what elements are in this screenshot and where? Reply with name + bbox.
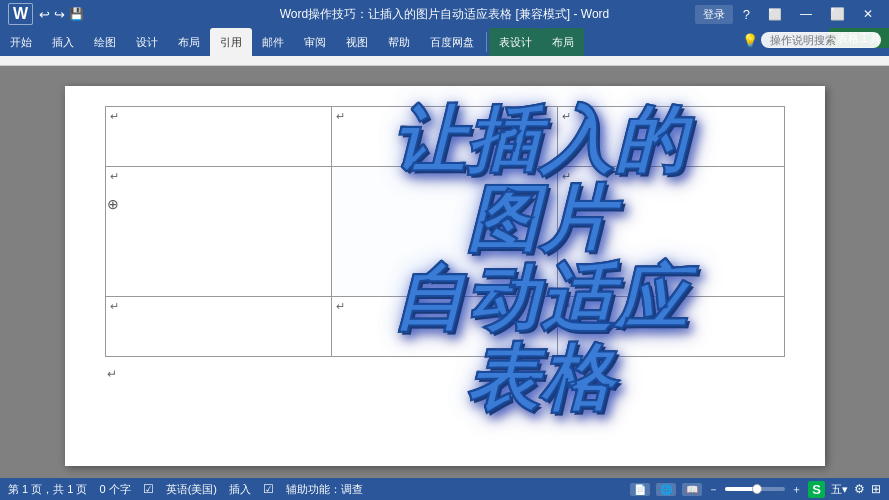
tab-draw[interactable]: 绘图 xyxy=(84,28,126,56)
table-cell[interactable] xyxy=(331,167,557,297)
tab-view[interactable]: 视图 xyxy=(336,28,378,56)
table-row: ↵ ↵ ↵ xyxy=(105,107,784,167)
minimize-button[interactable]: — xyxy=(792,5,820,23)
tab-insert[interactable]: 插入 xyxy=(42,28,84,56)
ribbon-toolbar xyxy=(0,56,889,66)
view-web-btn[interactable]: 🌐 xyxy=(656,483,676,496)
table-cell[interactable]: ↵ xyxy=(558,297,784,357)
lightbulb-icon: 💡 xyxy=(742,33,758,48)
document-area: ⊕ ↵ ↵ ↵ ↵ ↵ xyxy=(0,66,889,478)
insert-mode[interactable]: 插入 xyxy=(229,482,251,497)
document-page: ⊕ ↵ ↵ ↵ ↵ ↵ xyxy=(65,86,825,466)
paragraph-mark: ↵ xyxy=(110,110,119,123)
undo-icon[interactable]: ↩ xyxy=(39,7,50,22)
tab-baidu[interactable]: 百度网盘 xyxy=(420,28,484,56)
spell-check-icon[interactable]: ☑ xyxy=(143,482,154,496)
table-cell[interactable]: ↵ xyxy=(105,167,331,297)
search-area: 💡 xyxy=(742,32,881,48)
brand-logo: S xyxy=(808,481,825,498)
zoom-in-icon[interactable]: ＋ xyxy=(791,482,802,497)
accessibility-info: 辅助功能：调查 xyxy=(286,482,363,497)
paragraph-mark: ↵ xyxy=(110,300,119,313)
end-paragraph-mark: ↵ xyxy=(65,367,825,381)
word-count: 0 个字 xyxy=(99,482,130,497)
status-right: 📄 🌐 📖 － ＋ S 五▾ ⚙ ⊞ xyxy=(630,481,881,498)
table-cell[interactable]: ↵ xyxy=(558,167,784,297)
settings-icon[interactable]: ⚙ xyxy=(854,482,865,496)
tab-mailings[interactable]: 邮件 xyxy=(252,28,294,56)
search-input[interactable] xyxy=(761,32,881,48)
tab-design[interactable]: 设计 xyxy=(126,28,168,56)
title-bar: W ↩ ↪ 💾 Word操作技巧：让插入的图片自动适应表格 [兼容模式] - W… xyxy=(0,0,889,28)
table-row: ↵ ↵ ↵ xyxy=(105,297,784,357)
document-table[interactable]: ↵ ↵ ↵ ↵ ↵ ↵ xyxy=(105,106,785,357)
tab-table-layout[interactable]: 布局 xyxy=(542,28,584,56)
page-info: 第 1 页，共 1 页 xyxy=(8,482,87,497)
tab-references[interactable]: 引用 xyxy=(210,28,252,56)
language-info[interactable]: 英语(美国) xyxy=(166,482,217,497)
table-cell[interactable]: ↵ xyxy=(558,107,784,167)
tabs-container: 开始 插入 绘图 设计 布局 引用 邮件 审阅 xyxy=(0,28,889,56)
track-icon[interactable]: ☑ xyxy=(263,482,274,496)
view-print-btn[interactable]: 📄 xyxy=(630,483,650,496)
table-row: ↵ ↵ xyxy=(105,167,784,297)
paragraph-mark: ↵ xyxy=(336,110,345,123)
help-icon[interactable]: ? xyxy=(735,5,758,24)
tab-table-design[interactable]: 表设计 xyxy=(489,28,542,56)
paragraph-mark: ↵ xyxy=(562,110,571,123)
table-cell[interactable]: ↵ xyxy=(331,297,557,357)
paragraph-mark: ↵ xyxy=(562,170,571,183)
title-left: W ↩ ↪ 💾 xyxy=(8,3,84,25)
status-bar: 第 1 页，共 1 页 0 个字 ☑ 英语(美国) 插入 ☑ 辅助功能：调查 📄… xyxy=(0,478,889,500)
ribbon-toggle-icon[interactable]: ⬜ xyxy=(760,6,790,23)
zoom-slider[interactable] xyxy=(725,487,785,491)
tab-layout[interactable]: 布局 xyxy=(168,28,210,56)
table-cell[interactable]: ↵ xyxy=(105,107,331,167)
window-controls: 登录 ? ⬜ — ⬜ ✕ xyxy=(695,5,881,24)
login-button[interactable]: 登录 xyxy=(695,5,733,24)
five-button[interactable]: 五▾ xyxy=(831,482,848,497)
table-cell[interactable]: ↵ xyxy=(331,107,557,167)
paragraph-mark: ↵ xyxy=(336,300,345,313)
paragraph-mark: ↵ xyxy=(110,170,119,183)
word-icon: W xyxy=(8,3,33,25)
zoom-slider-thumb[interactable] xyxy=(752,484,762,494)
tab-help[interactable]: 帮助 xyxy=(378,28,420,56)
title-text: Word操作技巧：让插入的图片自动适应表格 [兼容模式] - Word xyxy=(280,6,610,23)
zoom-slider-fill xyxy=(725,487,755,491)
top-combined: W ↩ ↪ 💾 Word操作技巧：让插入的图片自动适应表格 [兼容模式] - W… xyxy=(0,0,889,66)
fullscreen-icon[interactable]: ⊞ xyxy=(871,482,881,496)
maximize-button[interactable]: ⬜ xyxy=(822,5,853,23)
redo-icon[interactable]: ↪ xyxy=(54,7,65,22)
tab-review[interactable]: 审阅 xyxy=(294,28,336,56)
quick-access-toolbar: ↩ ↪ 💾 xyxy=(39,7,84,22)
close-button[interactable]: ✕ xyxy=(855,5,881,23)
paragraph-mark: ↵ xyxy=(562,300,571,313)
tab-separator xyxy=(486,32,487,52)
save-icon[interactable]: 💾 xyxy=(69,7,84,21)
table-cell[interactable]: ↵ xyxy=(105,297,331,357)
zoom-out-icon[interactable]: － xyxy=(708,482,719,497)
tab-home[interactable]: 开始 xyxy=(0,28,42,56)
view-read-btn[interactable]: 📖 xyxy=(682,483,702,496)
